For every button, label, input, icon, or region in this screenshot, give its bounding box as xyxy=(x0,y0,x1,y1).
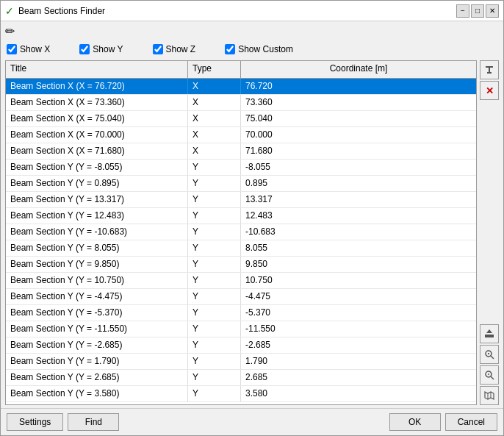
row-title-2: Beam Section X (X = 75.040) xyxy=(6,111,188,126)
cancel-button[interactable]: Cancel xyxy=(445,413,497,431)
svg-marker-13 xyxy=(485,392,494,399)
row-type-11: Y xyxy=(188,257,241,272)
title-bar: ✓ Beam Sections Finder − □ ✕ xyxy=(1,1,503,21)
row-coord-16: -2.685 xyxy=(241,337,476,353)
restore-button[interactable]: □ xyxy=(471,4,484,18)
show-custom-label: Show Custom xyxy=(238,44,293,54)
footer: Settings Find OK Cancel xyxy=(1,408,503,435)
row-type-7: Y xyxy=(188,192,241,207)
table-row[interactable]: Beam Section X (X = 76.720)X76.720 xyxy=(6,79,476,95)
checkboxes-row: Show X Show Y Show Z Show Custom xyxy=(1,41,503,57)
row-title-12: Beam Section Y (Y = 10.750) xyxy=(6,273,188,288)
svg-rect-0 xyxy=(486,66,493,68)
row-type-2: X xyxy=(188,111,241,126)
row-title-8: Beam Section Y (Y = 12.483) xyxy=(6,208,188,224)
svg-line-9 xyxy=(491,356,494,359)
minimize-button[interactable]: − xyxy=(456,4,469,18)
row-type-14: Y xyxy=(188,305,241,321)
table-row[interactable]: Beam Section Y (Y = -5.370)Y-5.370 xyxy=(6,305,476,321)
pin-icon xyxy=(484,65,494,75)
footer-left: Settings Find xyxy=(7,413,119,431)
row-title-19: Beam Section Y (Y = 3.580) xyxy=(6,386,188,401)
row-type-9: Y xyxy=(188,224,241,240)
row-title-1: Beam Section X (X = 73.360) xyxy=(6,95,188,110)
side-buttons-bottom xyxy=(480,324,499,405)
title-bar-controls: − □ ✕ xyxy=(456,4,499,18)
table-row[interactable]: Beam Section X (X = 70.000)X70.000 xyxy=(6,127,476,143)
row-type-4: X xyxy=(188,143,241,159)
zoom-in-button[interactable] xyxy=(480,345,499,364)
row-type-10: Y xyxy=(188,240,241,256)
row-type-15: Y xyxy=(188,321,241,337)
row-title-9: Beam Section Y (Y = -10.683) xyxy=(6,224,188,240)
row-title-7: Beam Section Y (Y = 13.317) xyxy=(6,192,188,207)
row-coord-3: 70.000 xyxy=(241,127,476,143)
show-z-checkbox[interactable]: Show Z xyxy=(153,44,196,54)
ok-button[interactable]: OK xyxy=(389,413,441,431)
row-type-8: Y xyxy=(188,208,241,224)
row-title-17: Beam Section Y (Y = 1.790) xyxy=(6,354,188,369)
row-type-0: X xyxy=(188,79,241,94)
show-custom-checkbox[interactable]: Show Custom xyxy=(225,44,293,54)
show-y-label: Show Y xyxy=(93,44,123,54)
delete-button[interactable]: ✕ xyxy=(480,81,499,100)
table-row[interactable]: Beam Section Y (Y = 10.750)Y10.750 xyxy=(6,273,476,289)
show-x-input[interactable] xyxy=(7,44,17,54)
settings-button[interactable]: Settings xyxy=(7,413,63,431)
table-row[interactable]: Beam Section Y (Y = 8.055)Y8.055 xyxy=(6,240,476,257)
col-coord-header: Coordinate [m] xyxy=(241,61,476,78)
row-coord-17: 1.790 xyxy=(241,354,476,369)
table-row[interactable]: Beam Section Y (Y = -10.683)Y-10.683 xyxy=(6,224,476,240)
svg-line-12 xyxy=(491,376,494,379)
svg-rect-4 xyxy=(485,336,494,337)
table-row[interactable]: Beam Section Y (Y = 9.850)Y9.850 xyxy=(6,257,476,273)
title-bar-left: ✓ Beam Sections Finder xyxy=(5,5,105,17)
table-row[interactable]: Beam Section Y (Y = -8.055)Y-8.055 xyxy=(6,160,476,176)
table-row[interactable]: Beam Section Y (Y = -11.550)Y-11.550 xyxy=(6,321,476,337)
table-row[interactable]: Beam Section X (X = 75.040)X75.040 xyxy=(6,111,476,127)
table-row[interactable]: Beam Section Y (Y = -4.475)Y-4.475 xyxy=(6,289,476,305)
content-area: Title Type Coordinate [m] Beam Section X… xyxy=(1,57,503,408)
table-row[interactable]: Beam Section Y (Y = 3.580)Y3.580 xyxy=(6,386,476,402)
row-coord-11: 9.850 xyxy=(241,257,476,272)
table-row[interactable]: Beam Section Y (Y = 12.483)Y12.483 xyxy=(6,208,476,224)
close-button[interactable]: ✕ xyxy=(486,4,499,18)
show-y-input[interactable] xyxy=(79,44,90,54)
row-type-19: Y xyxy=(188,386,241,401)
row-coord-8: 12.483 xyxy=(241,208,476,224)
row-coord-19: 3.580 xyxy=(241,386,476,401)
table-container: Title Type Coordinate [m] Beam Section X… xyxy=(5,60,477,405)
table-row[interactable]: Beam Section Y (Y = 0.895)Y0.895 xyxy=(6,176,476,192)
pin-button[interactable] xyxy=(480,60,499,79)
row-type-6: Y xyxy=(188,176,241,191)
row-type-18: Y xyxy=(188,370,241,385)
show-y-checkbox[interactable]: Show Y xyxy=(79,44,123,54)
row-coord-15: -11.550 xyxy=(241,321,476,337)
zoom-out-button[interactable] xyxy=(480,365,499,385)
table-row[interactable]: Beam Section X (X = 73.360)X73.360 xyxy=(6,95,476,111)
map-button[interactable] xyxy=(480,386,499,405)
table-row[interactable]: Beam Section Y (Y = -2.685)Y-2.685 xyxy=(6,337,476,354)
find-button[interactable]: Find xyxy=(68,413,119,431)
show-x-checkbox[interactable]: Show X xyxy=(7,44,50,54)
row-type-17: Y xyxy=(188,354,241,369)
row-title-5: Beam Section Y (Y = -8.055) xyxy=(6,160,188,175)
row-coord-18: 2.685 xyxy=(241,370,476,385)
show-custom-input[interactable] xyxy=(225,44,235,54)
table-row[interactable]: Beam Section Y (Y = 13.317)Y13.317 xyxy=(6,192,476,208)
table-row[interactable]: Beam Section X (X = 71.680)X71.680 xyxy=(6,143,476,160)
row-coord-4: 71.680 xyxy=(241,143,476,159)
svg-marker-5 xyxy=(486,329,492,333)
show-z-label: Show Z xyxy=(166,44,196,54)
table-row[interactable]: Beam Section Y (Y = 1.790)Y1.790 xyxy=(6,354,476,370)
show-z-input[interactable] xyxy=(153,44,163,54)
export-icon xyxy=(484,329,494,339)
table-row[interactable]: Beam Section Y (Y = 2.685)Y2.685 xyxy=(6,370,476,386)
export-button[interactable] xyxy=(480,324,499,343)
table-body[interactable]: Beam Section X (X = 76.720)X76.720Beam S… xyxy=(6,79,476,404)
row-coord-13: -4.475 xyxy=(241,289,476,304)
row-title-18: Beam Section Y (Y = 2.685) xyxy=(6,370,188,385)
row-type-1: X xyxy=(188,95,241,110)
pencil-icon[interactable]: ✏ xyxy=(5,24,15,38)
row-coord-1: 73.360 xyxy=(241,95,476,110)
